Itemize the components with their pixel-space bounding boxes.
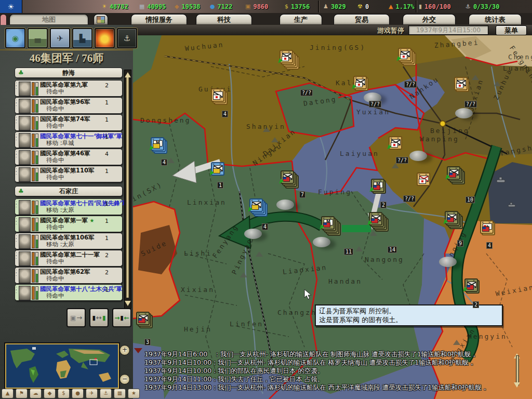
group-header-2[interactable]: ♣石家庄 xyxy=(15,186,123,196)
unit-counter[interactable]: × ×1 xyxy=(211,162,224,176)
unit-counter[interactable]: × ×?/? xyxy=(454,77,468,90)
unit-counter[interactable]: × ×?/? xyxy=(417,172,430,186)
unit-counter[interactable]: × ×4 xyxy=(211,88,224,102)
move-arrow-button[interactable]: ▣→ xyxy=(66,308,86,327)
map-mode-terrain-button[interactable]: ▲ xyxy=(2,389,14,398)
map-mode-resources-button[interactable]: ◆ xyxy=(44,389,56,398)
tab-production[interactable]: 生产 xyxy=(280,14,322,24)
map-mode-victory-button[interactable]: ★ xyxy=(128,389,140,398)
unit-row[interactable]: ⁚⁚国民革命军第96军1待命中 xyxy=(15,97,123,114)
unit-counter[interactable]: × ×M2 xyxy=(371,179,384,192)
unit-counter[interactable]: × ×?/? xyxy=(389,136,402,150)
log-collapse-button[interactable] xyxy=(134,348,142,357)
unit-row[interactable]: ⁚⁚國民革命軍第二十一軍2待命中 xyxy=(15,250,123,267)
organisation-bar xyxy=(35,269,38,283)
unit-row[interactable]: ⁚⁚國民革命軍第七十四‘民族先鋒’軍1移动 :太原 xyxy=(15,198,123,215)
leader-portrait xyxy=(19,133,31,148)
unit-counter[interactable]: × ×✈4 xyxy=(480,220,494,234)
date-display: 1937年9月14日15:00 xyxy=(408,25,488,35)
unit-counter[interactable]: × ×3 xyxy=(136,312,150,325)
minimap-zoom-out-button[interactable]: − xyxy=(119,374,130,384)
province-label: Wanping xyxy=(420,135,459,143)
merge-units-button[interactable]: →▮← xyxy=(112,308,131,327)
map-view-button[interactable]: ◉ xyxy=(5,28,25,48)
combat-button[interactable] xyxy=(95,28,115,48)
unit-counter[interactable]: × ×9 xyxy=(445,211,458,224)
tab-mapmode-icon[interactable] xyxy=(94,14,108,24)
map-mode-weather-button[interactable]: ☁ xyxy=(30,389,42,398)
map-mode-naval-button[interactable]: ● xyxy=(72,389,84,398)
land-forces-button[interactable]: ▄ xyxy=(28,28,48,48)
unit-row[interactable]: ⁚⁚國民革命軍第十八‘土木尖兵’軍1待命中 xyxy=(15,284,123,301)
menu-button[interactable]: 菜单 xyxy=(496,25,527,35)
map-mode-political-button[interactable]: ⚑ xyxy=(16,389,28,398)
unit-counter[interactable]: × ×7 xyxy=(281,170,294,184)
minimap[interactable] xyxy=(5,343,119,389)
country-flag: ☀ xyxy=(0,0,22,13)
unit-counter[interactable]: × ×10 xyxy=(447,166,460,180)
battle-smoke xyxy=(409,151,427,161)
unit-counter[interactable]: × ×M4 xyxy=(151,137,164,151)
drag-handle-icon[interactable]: ⁚⁚ xyxy=(16,152,17,157)
drag-handle-icon[interactable]: ⁚⁚ xyxy=(16,288,17,293)
organisation-bar xyxy=(35,168,38,181)
unit-counter[interactable]: × ×?/? xyxy=(353,76,367,89)
drag-handle-icon[interactable]: ⁚⁚ xyxy=(16,236,17,242)
map-mode-air-button[interactable]: ✈ xyxy=(86,389,98,398)
unit-counter[interactable]: × ×?/? xyxy=(398,48,411,61)
drag-handle-icon[interactable]: ⁚⁚ xyxy=(16,84,17,89)
unit-list-scrollbar[interactable] xyxy=(124,70,131,309)
drag-handle-icon[interactable]: ⁚⁚ xyxy=(16,118,17,123)
drag-handle-icon[interactable]: ⁚⁚ xyxy=(16,101,17,106)
drag-handle-icon[interactable]: ⁚⁚ xyxy=(16,271,17,276)
leader-portrait xyxy=(19,82,31,96)
unit-row[interactable]: ⁚⁚國民革命軍第一軍 ★1待命中 xyxy=(15,216,123,232)
unit-counter[interactable]: × ×?/? xyxy=(280,50,293,63)
drag-handle-icon[interactable]: ⁚⁚ xyxy=(16,169,17,175)
tab-map[interactable]: 地图 xyxy=(9,14,88,24)
province-label: Xixian xyxy=(181,286,215,294)
air-forces-button[interactable]: ✈ xyxy=(50,28,70,48)
unit-counter[interactable]: × ×4 xyxy=(249,198,263,212)
drag-handle-icon[interactable]: ⁚⁚ xyxy=(16,219,17,224)
amphibious-button[interactable]: ⚓ xyxy=(117,28,137,48)
naval-forces-button[interactable]: ▙ xyxy=(72,28,92,48)
province-label: Lishi xyxy=(184,249,212,257)
organisation-bar xyxy=(35,99,38,113)
unit-row[interactable]: ⁚⁚国民革命军第106军1移动 :太原 xyxy=(15,233,123,249)
log-scroll-down[interactable] xyxy=(514,382,520,391)
unit-count-label: 7 xyxy=(299,191,305,198)
unit-counter[interactable]: × ×2 xyxy=(464,278,478,292)
tab-statistics[interactable]: 统计表 xyxy=(469,14,522,24)
unit-row[interactable]: ⁚⁚国民革命军第110军1待命中 xyxy=(15,166,123,182)
tab-trade[interactable]: 贸易 xyxy=(334,14,390,24)
unit-count-label: 4 xyxy=(161,159,167,166)
unit-count-label: ?/? xyxy=(300,89,313,96)
unit-count-label: ?/? xyxy=(396,157,408,164)
log-scrollbar[interactable] xyxy=(514,351,520,390)
map-mode-infrastructure-button[interactable]: ▦ xyxy=(114,389,126,398)
unit-row[interactable]: ⁚⁚國民革命軍第七十一‘御林軍’軍 ★1移动 :阜城 xyxy=(15,131,123,148)
drag-handle-icon[interactable]: ⁚⁚ xyxy=(16,135,17,140)
drag-handle-icon[interactable]: ⁚⁚ xyxy=(16,202,17,207)
unit-counter[interactable]: × ×M11 xyxy=(321,216,335,230)
tab-intelligence[interactable]: 情报服务 xyxy=(131,14,187,24)
tab-diplomacy[interactable]: 外交 xyxy=(403,14,456,24)
split-units-button[interactable]: ▮↔▮ xyxy=(89,308,109,327)
scroll-up-arrow[interactable] xyxy=(125,69,131,77)
province-label: Dongsheng xyxy=(140,116,191,124)
unit-count-label: 3 xyxy=(144,339,151,345)
map-mode-supply-button[interactable]: ⚓ xyxy=(100,389,112,398)
unit-counter[interactable]: × ×14 xyxy=(369,212,382,225)
tab-technology[interactable]: 科技 xyxy=(196,14,252,24)
map-area[interactable]: WuchuanJining(GS)ZhangbeiFengningChengde… xyxy=(133,35,532,399)
unit-row[interactable]: ⁚⁚國民革命軍第九軍2待命中 xyxy=(15,80,123,97)
minimap-zoom-in-button[interactable]: + xyxy=(119,345,130,355)
map-mode-economy-button[interactable]: $ xyxy=(58,389,70,398)
drag-handle-icon[interactable]: ⁚⁚ xyxy=(16,254,17,259)
group-header-1[interactable]: ♣静海 xyxy=(15,68,123,78)
unit-row[interactable]: ⁚⁚国民革命军第74军1待命中 xyxy=(15,114,123,131)
unit-row[interactable]: ⁚⁚國民革命軍第46軍4待命中 xyxy=(15,149,123,165)
tooltip-controller-line: 辽县为晋系军阀 所控制。 xyxy=(319,307,499,315)
unit-row[interactable]: ⁚⁚国民革命军第62军2待命中 xyxy=(15,267,123,284)
